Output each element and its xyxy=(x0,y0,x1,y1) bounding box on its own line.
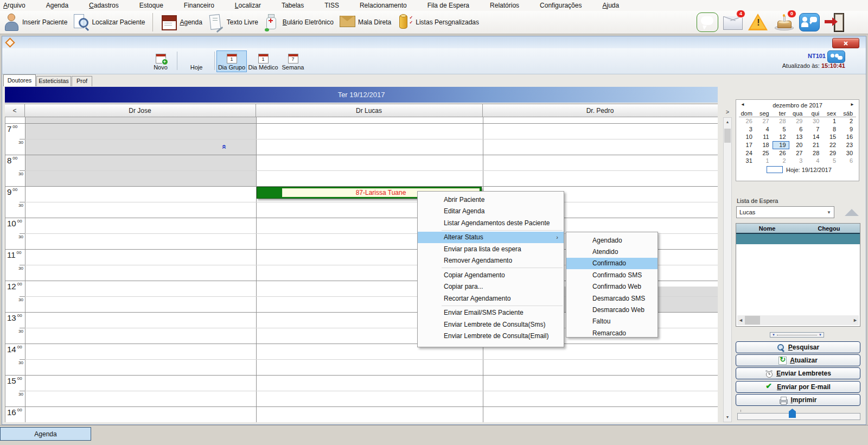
scroll-columns-right-icon[interactable]: > xyxy=(723,106,732,117)
dia-medico-button[interactable]: 1 Dia Médico xyxy=(247,50,279,72)
calendar-day[interactable]: 23 xyxy=(839,141,856,149)
status-submenu-item-desmarcado-web[interactable]: Desmarcado Web xyxy=(566,304,658,315)
calendar-day[interactable]: 18 xyxy=(756,141,773,149)
calendar-day[interactable]: 26 xyxy=(739,117,756,125)
calendar-day[interactable]: 5 xyxy=(822,157,839,165)
calendar-day-selected[interactable]: 19 xyxy=(773,141,789,149)
calendar-day[interactable]: 10 xyxy=(739,133,756,141)
calendar-day[interactable]: 28 xyxy=(773,117,789,125)
calendar-day[interactable]: 13 xyxy=(789,133,806,141)
menubar-item-tiss[interactable]: TISS xyxy=(324,2,339,9)
calendar-day[interactable]: 8 xyxy=(822,125,839,134)
calendar-day[interactable]: 27 xyxy=(756,117,773,125)
context-menu-item-enviar-para-lista-de-espera[interactable]: Enviar para lista de espera xyxy=(418,243,564,255)
context-menu-item-enviar-email-sms-paciente[interactable]: Enviar Email/SMS Paciente xyxy=(418,307,564,319)
calendar-day[interactable]: 20 xyxy=(789,141,806,149)
menubar-item-tabelas[interactable]: Tabelas xyxy=(282,2,304,9)
atualizar-button[interactable]: ↻Atualizar xyxy=(736,354,860,366)
context-menu-item-remover-agendamento[interactable]: Remover Agendamento xyxy=(418,255,564,267)
waiting-list-dropdown[interactable]: Lucas ▼ xyxy=(736,206,834,218)
column-header-dr-lucas[interactable]: Dr Lucas xyxy=(256,104,483,117)
calendar-next-month-icon[interactable]: ► xyxy=(850,102,854,107)
tab-doutores[interactable]: Doutores xyxy=(3,74,36,86)
calendar-day[interactable]: 6 xyxy=(839,157,856,165)
calendar-day[interactable]: 30 xyxy=(839,149,856,157)
waiting-list-selected-row[interactable] xyxy=(736,234,860,244)
calendar-day[interactable]: 26 xyxy=(773,149,789,157)
dia-grupo-button[interactable]: 1 Dia Grupo xyxy=(216,50,247,72)
context-menu-item-editar-agenda[interactable]: Editar Agenda xyxy=(418,206,564,218)
scroll-right-icon[interactable]: ► xyxy=(853,315,858,325)
calendar-day[interactable]: 11 xyxy=(756,133,773,141)
calendar-day[interactable]: 3 xyxy=(739,125,756,134)
novo-button[interactable]: + Novo xyxy=(147,50,174,72)
calendar-day[interactable]: 22 xyxy=(822,141,839,149)
menubar-item-localizar[interactable]: Localizar xyxy=(235,2,261,9)
menubar-item-arquivo[interactable]: Arquivo xyxy=(3,2,25,9)
panel-splitter[interactable]: ▼ ▼ xyxy=(770,332,824,338)
status-submenu-item-desmarcado-sms[interactable]: Desmarcado SMS xyxy=(566,293,658,304)
calendar-day[interactable]: 29 xyxy=(822,149,839,157)
context-menu-item-copiar-para[interactable]: Copiar para... xyxy=(418,281,564,293)
column-header-dr-jose[interactable]: Dr Jose xyxy=(24,104,256,117)
toolbar-button-bulario-eletronico[interactable]: Bulário Eletrônico xyxy=(264,13,334,31)
context-menu-item-alterar-status[interactable]: Alterar Status› xyxy=(418,232,564,244)
scroll-columns-left-icon[interactable]: < xyxy=(5,104,25,117)
zoom-slider-thumb[interactable] xyxy=(789,409,796,418)
status-submenu-item-confirmado-sms[interactable]: Confirmado SMS xyxy=(566,269,658,281)
calendar-day[interactable]: 30 xyxy=(806,117,822,125)
menubar-item-relatorios[interactable]: Relatórios xyxy=(490,2,519,9)
mail-icon[interactable]: 4 xyxy=(722,12,744,33)
calendar-day[interactable]: 3 xyxy=(789,157,806,165)
calendar-day[interactable]: 24 xyxy=(739,149,756,157)
alert-icon[interactable]: ! xyxy=(747,12,770,33)
tab-prof[interactable]: Prof xyxy=(72,76,92,86)
waiting-list-table[interactable]: Nome Chegou ◄ ► xyxy=(736,223,860,327)
toolbar-button-listas-personalizadas[interactable]: ✓✓Listas Personalizadas xyxy=(397,13,479,31)
column-nome[interactable]: Nome xyxy=(736,224,798,233)
menubar-item-ajuda[interactable]: Ajuda xyxy=(602,2,619,9)
enviar-lembretes-button[interactable]: Enviar Lembretes xyxy=(736,367,860,379)
toolbar-button-localizar-paciente[interactable]: Localizar Paciente xyxy=(73,13,145,31)
calendar-day[interactable]: 29 xyxy=(789,117,806,125)
status-submenu-item-remarcado[interactable]: Remarcado xyxy=(566,327,658,339)
calendar-prev-month-icon[interactable]: ◄ xyxy=(741,102,745,107)
people-chat-icon[interactable] xyxy=(798,12,821,33)
people-chat-icon[interactable] xyxy=(827,50,845,63)
menubar-item-cadastros[interactable]: Cadastros xyxy=(89,2,119,9)
status-submenu-item-confirmado-web[interactable]: Confirmado Web xyxy=(566,281,658,293)
menubar-item-financeiro[interactable]: Financeiro xyxy=(184,2,214,9)
calendar-day[interactable]: 1 xyxy=(756,157,773,165)
column-header-dr-pedro[interactable]: Dr. Pedro xyxy=(482,104,718,117)
calendar-day[interactable]: 25 xyxy=(756,149,773,157)
chat-icon[interactable] xyxy=(696,12,719,33)
context-menu-item-recortar-agendamento[interactable]: Recortar Agendamento xyxy=(418,293,564,304)
collapse-panel-triangle-icon[interactable] xyxy=(845,209,859,216)
context-menu-item-enviar-lembrete-de-consulta-sms[interactable]: Enviar Lembrete de Consulta(Sms) xyxy=(418,319,564,330)
menubar-item-agenda[interactable]: Agenda xyxy=(46,2,68,9)
menubar-item-relacionamento[interactable]: Relacionamento xyxy=(360,2,407,9)
status-submenu-item-confirmado[interactable]: Confirmado xyxy=(566,258,658,269)
menubar-item-configuracoes[interactable]: Configurações xyxy=(540,2,582,9)
window-titlebar[interactable] xyxy=(2,36,866,49)
calendar-day[interactable]: 27 xyxy=(789,149,806,157)
calendar-day[interactable]: 4 xyxy=(806,157,822,165)
collapse-chevron-icon[interactable]: « xyxy=(220,144,229,149)
calendar-day[interactable]: 6 xyxy=(789,125,806,134)
menubar-item-fila-de-espera[interactable]: Fila de Espera xyxy=(427,2,469,9)
calendar-day[interactable]: 21 xyxy=(806,141,822,149)
context-menu-item-abrir-paciente[interactable]: Abrir Paciente xyxy=(418,194,564,206)
context-menu-item-copiar-agendamento[interactable]: Copiar Agendamento xyxy=(418,269,564,281)
calendar-day[interactable]: 9 xyxy=(839,125,856,134)
calendar-day[interactable]: 28 xyxy=(806,149,822,157)
calendar-day[interactable]: 2 xyxy=(773,157,789,165)
calendar-day[interactable]: 16 xyxy=(839,133,856,141)
tab-esteticistas[interactable]: Esteticistas xyxy=(36,76,71,86)
toolbar-button-mala-direta[interactable]: Mala Direta xyxy=(339,13,391,31)
birthday-icon[interactable]: 0 xyxy=(773,12,795,33)
context-menu-item-listar-agendamentos-deste-paciente[interactable]: Listar Agendamentos deste Paciente xyxy=(418,217,564,229)
scroll-left-icon[interactable]: ◄ xyxy=(738,315,743,325)
column-chegou[interactable]: Chegou xyxy=(798,224,860,233)
calendar-day[interactable]: 12 xyxy=(773,133,789,141)
menubar-item-estoque[interactable]: Estoque xyxy=(139,2,163,9)
